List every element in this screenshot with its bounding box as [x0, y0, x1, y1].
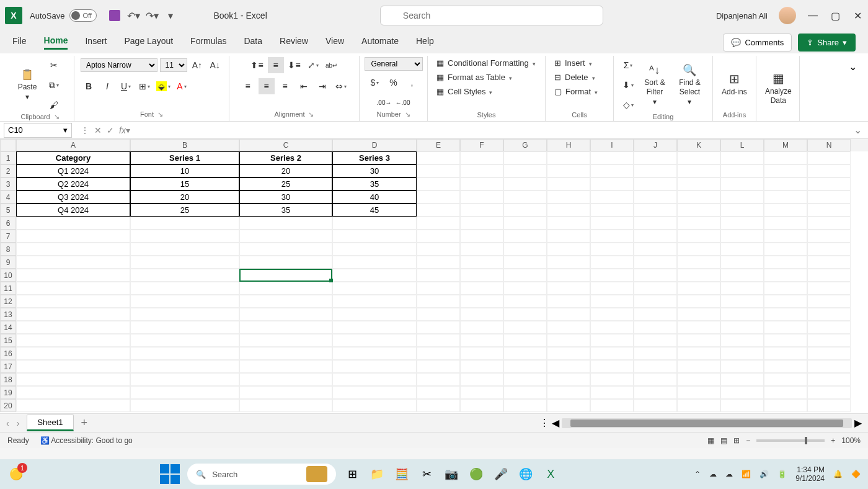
cell-A19[interactable] [16, 386, 130, 399]
menu-data[interactable]: Data [244, 36, 262, 48]
cell-I5[interactable] [590, 204, 634, 217]
comments-button[interactable]: 💬 Comments [723, 34, 792, 52]
cell-K2[interactable] [677, 164, 720, 177]
analyze-data-button[interactable]: ▦Analyze Data [763, 70, 794, 106]
cell-C20[interactable] [239, 399, 332, 412]
formula-bar[interactable] [135, 123, 848, 138]
cell-H19[interactable] [547, 386, 590, 399]
cell-K11[interactable] [677, 282, 720, 295]
cell-L20[interactable] [720, 399, 764, 412]
chrome-icon[interactable]: 🌐 [517, 465, 534, 483]
cell-M8[interactable] [764, 243, 807, 256]
cell-N6[interactable] [807, 217, 851, 230]
cell-I14[interactable] [590, 321, 634, 334]
cell-B8[interactable] [130, 243, 239, 256]
cell-F19[interactable] [460, 386, 503, 399]
cell-A12[interactable] [16, 295, 130, 308]
cell-L18[interactable] [720, 373, 764, 386]
cell-C16[interactable] [239, 347, 332, 360]
row-header-15[interactable]: 15 [0, 334, 16, 347]
cell-I8[interactable] [590, 243, 634, 256]
cell-A1[interactable]: Category [16, 151, 130, 164]
cell-G6[interactable] [503, 217, 547, 230]
calculator-icon[interactable]: 🧮 [393, 465, 410, 483]
row-header-7[interactable]: 7 [0, 230, 16, 243]
insert-cells-button[interactable]: ⊞ Insert [552, 57, 595, 69]
cell-H13[interactable] [547, 308, 590, 321]
cell-N16[interactable] [807, 347, 851, 360]
cell-F18[interactable] [460, 373, 503, 386]
wrap-text-button[interactable]: ab↵ [324, 57, 340, 73]
maximize-button[interactable]: ▢ [830, 10, 841, 21]
cell-D14[interactable] [332, 321, 417, 334]
menu-insert[interactable]: Insert [85, 36, 107, 48]
cell-J2[interactable] [634, 164, 677, 177]
cell-M3[interactable] [764, 177, 807, 191]
cell-B12[interactable] [130, 295, 239, 308]
cell-J18[interactable] [634, 373, 677, 386]
row-header-12[interactable]: 12 [0, 295, 16, 308]
cancel-formula-button[interactable]: ✕ [94, 125, 102, 135]
cell-K8[interactable] [677, 243, 720, 256]
cell-L17[interactable] [720, 360, 764, 373]
cell-B9[interactable] [130, 256, 239, 269]
column-header-M[interactable]: M [764, 139, 807, 151]
onedrive-icon[interactable]: ☁ [725, 470, 733, 478]
file-explorer-icon[interactable]: 📁 [368, 465, 386, 483]
cell-F7[interactable] [460, 230, 503, 243]
cell-A6[interactable] [16, 217, 130, 230]
cell-B7[interactable] [130, 230, 239, 243]
column-header-A[interactable]: A [16, 139, 130, 151]
expand-formula-bar[interactable]: ⌄ [848, 124, 868, 136]
cell-K13[interactable] [677, 308, 720, 321]
cell-D19[interactable] [332, 386, 417, 399]
font-color-button[interactable]: A [174, 78, 190, 94]
cell-M2[interactable] [764, 164, 807, 177]
cell-K1[interactable] [677, 151, 720, 164]
column-header-G[interactable]: G [503, 139, 547, 151]
cell-K20[interactable] [677, 399, 720, 412]
accounting-format-button[interactable]: $ [367, 74, 383, 91]
cell-D9[interactable] [332, 256, 417, 269]
cell-H7[interactable] [547, 230, 590, 243]
cell-L6[interactable] [720, 217, 764, 230]
cell-L11[interactable] [720, 282, 764, 295]
row-header-18[interactable]: 18 [0, 373, 16, 386]
cell-B19[interactable] [130, 386, 239, 399]
enter-formula-button[interactable]: ✓ [107, 125, 114, 135]
cell-J3[interactable] [634, 177, 677, 191]
cell-D6[interactable] [332, 217, 417, 230]
cell-B17[interactable] [130, 360, 239, 373]
cell-J17[interactable] [634, 360, 677, 373]
cell-F14[interactable] [460, 321, 503, 334]
cell-A4[interactable]: Q3 2024 [16, 191, 130, 204]
battery-icon[interactable]: 🔋 [777, 470, 787, 478]
format-as-table-button[interactable]: ▦ Format as Table [434, 71, 515, 83]
cell-N17[interactable] [807, 360, 851, 373]
cell-L4[interactable] [720, 191, 764, 204]
cut-button[interactable]: ✂ [46, 57, 62, 73]
cell-E14[interactable] [417, 321, 460, 334]
row-header-2[interactable]: 2 [0, 164, 16, 177]
cell-I6[interactable] [590, 217, 634, 230]
row-header-4[interactable]: 4 [0, 191, 16, 204]
cell-K15[interactable] [677, 334, 720, 347]
cell-M18[interactable] [764, 373, 807, 386]
align-bottom-button[interactable]: ⬇≡ [286, 57, 303, 73]
decrease-decimal-button[interactable]: ←.00 [395, 94, 411, 110]
align-middle-button[interactable]: ≡ [268, 57, 284, 73]
menu-view[interactable]: View [326, 36, 344, 48]
number-format-select[interactable]: General [365, 57, 423, 71]
cell-B3[interactable]: 15 [130, 177, 239, 191]
cell-C19[interactable] [239, 386, 332, 399]
cell-A15[interactable] [16, 334, 130, 347]
sheet-tab[interactable]: Sheet1 [27, 415, 73, 431]
worksheet-grid[interactable]: ABCDEFGHIJKLMN 1234567891011121314151617… [0, 139, 868, 413]
cell-C11[interactable] [239, 282, 332, 295]
row-header-6[interactable]: 6 [0, 217, 16, 230]
cell-B6[interactable] [130, 217, 239, 230]
cell-H15[interactable] [547, 334, 590, 347]
row-header-10[interactable]: 10 [0, 269, 16, 282]
cell-A5[interactable]: Q4 2024 [16, 204, 130, 217]
cell-I20[interactable] [590, 399, 634, 412]
